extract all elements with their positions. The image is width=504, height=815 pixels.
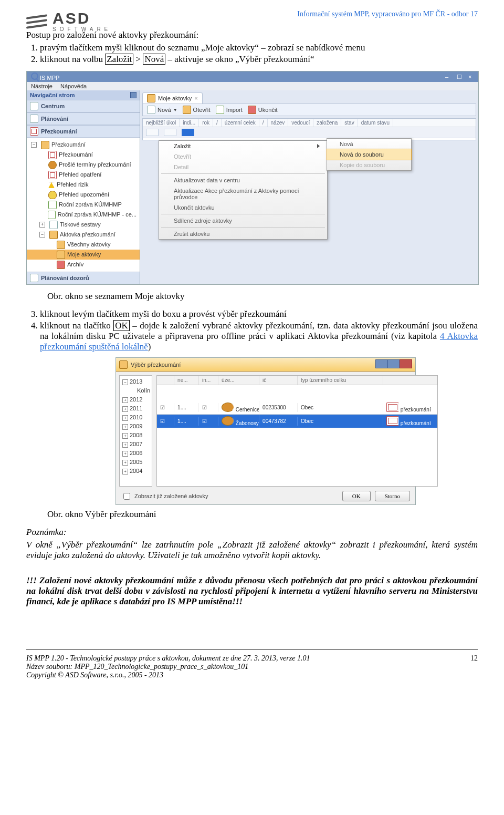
note-body: V okně „Výběr přezkoumání“ lze zatrhnutí… <box>26 540 478 560</box>
col-header[interactable]: stav <box>341 119 358 127</box>
storno-button[interactable]: Storno <box>375 491 410 501</box>
min-icon[interactable] <box>375 359 388 368</box>
year-node[interactable]: 2010 <box>121 413 150 422</box>
col-header[interactable]: název <box>268 119 289 127</box>
menu-help[interactable]: Nápověda <box>60 83 87 89</box>
ctx-item[interactable]: Ukončit aktovku <box>159 202 327 213</box>
col-header[interactable]: indi... <box>180 119 199 127</box>
node-icon <box>48 182 55 188</box>
tab-moje-aktovky[interactable]: Moje aktovky × <box>142 92 203 104</box>
ctx-sub-item[interactable]: Nová do souboru <box>327 149 412 160</box>
sect-centrum[interactable]: Centrum <box>41 103 65 109</box>
ctx-item[interactable]: Sdílené zdroje aktovky <box>159 215 327 226</box>
tb-otevrit[interactable]: Otevřít <box>183 106 211 114</box>
nav-tree[interactable]: −PřezkoumáníPřezkoumáníProšlé termíny př… <box>27 138 140 272</box>
year-tree[interactable]: 2013Kolín2012201120102009200820072006200… <box>119 375 152 487</box>
ctx-item[interactable]: Aktualizovat data v centru <box>159 175 327 185</box>
year-node[interactable]: 2012 <box>121 395 150 404</box>
context-area: ZaložitOtevřítDetailAktualizovat data v … <box>140 142 478 258</box>
node-label: Přehled upozornění <box>59 190 109 200</box>
ctx-item[interactable]: Detail <box>159 162 327 172</box>
col2-header[interactable]: úze... <box>218 376 259 385</box>
tb-nova[interactable]: Nová ▼ <box>147 106 177 114</box>
box-ok: OK <box>113 320 130 331</box>
year-node[interactable]: 2005 <box>121 458 150 467</box>
menu-tools[interactable]: Nástroje <box>31 83 52 89</box>
tree-node[interactable]: Přezkoumání <box>27 150 140 160</box>
node-label: Přehled rizik <box>57 180 89 190</box>
close-icon[interactable]: × <box>468 74 474 79</box>
sect-plan[interactable]: Plánování <box>41 116 68 122</box>
tree-node[interactable]: Roční zpráva KÚ/MHMP - ce... <box>27 210 140 220</box>
sect-dozor[interactable]: Plánování dozorů <box>41 275 89 281</box>
col2-header[interactable]: ič <box>259 376 298 385</box>
ctx-item[interactable]: Aktualizace Akce přezkoumání z Aktovky p… <box>159 185 327 202</box>
show-founded-checkbox[interactable]: Zobrazit již založené aktovky <box>121 491 208 501</box>
tree-node[interactable]: Přehled rizik <box>27 180 140 190</box>
tab-close-icon[interactable]: × <box>194 95 197 101</box>
grid2-row[interactable]: ☑1....☑ Cerhenice00235300Obec přezkoumán… <box>157 401 437 415</box>
node-icon <box>57 241 65 249</box>
sect-prez[interactable]: Přezkoumání <box>41 128 77 135</box>
year-node[interactable]: 2004 <box>121 467 150 476</box>
tb-import[interactable]: Import <box>216 106 243 114</box>
year-node[interactable]: 2007 <box>121 440 150 449</box>
col-header[interactable]: / <box>259 119 268 127</box>
chk-label: Zobrazit již založené aktovky <box>134 493 208 499</box>
year-node[interactable]: 2006 <box>121 449 150 458</box>
col-header[interactable]: rok <box>199 119 213 127</box>
pin-icon[interactable] <box>130 92 136 98</box>
chk-zobrazit[interactable] <box>123 493 130 500</box>
col-header[interactable]: vedoucí <box>288 119 313 127</box>
tree-node[interactable]: +Tiskové sestavy <box>27 220 140 230</box>
col-header[interactable]: založena <box>313 119 341 127</box>
context-menu[interactable]: ZaložitOtevřítDetailAktualizovat data v … <box>159 140 328 240</box>
col-header[interactable]: / <box>213 119 222 127</box>
col2-header[interactable]: typ územního celku <box>298 376 383 385</box>
col-header[interactable]: datum stavu <box>358 119 393 127</box>
tb-ukoncit[interactable]: Ukončit <box>248 106 278 114</box>
col2-header[interactable] <box>157 376 174 385</box>
tree-node[interactable]: Archív <box>27 260 140 270</box>
tree-node[interactable]: Přehled opatření <box>27 170 140 180</box>
chapter-link[interactable]: 4 Aktovka přezkoumání spuštěná lokálně <box>40 331 478 352</box>
col2-header[interactable] <box>383 376 437 385</box>
selection-grid[interactable]: ne...in...úze...ičtyp územního celku ☑1.… <box>156 375 438 487</box>
ok-button[interactable]: OK <box>342 491 371 501</box>
year-node[interactable]: 2009 <box>121 422 150 431</box>
node-label: Všechny aktovky <box>67 240 111 250</box>
ctx-sub-item[interactable]: Nová <box>327 139 411 149</box>
step-3: kliknout levým tlačítkem myši do boxu a … <box>40 309 478 319</box>
context-submenu[interactable]: NováNová do souboruKopie do souboru <box>327 138 412 171</box>
node-label: Moje aktovky <box>67 250 101 260</box>
tree-node[interactable]: Prošlé termíny přezkoumání <box>27 160 140 170</box>
min-icon[interactable]: – <box>445 74 451 79</box>
col2-header[interactable]: ne... <box>174 376 199 385</box>
ctx-sub-item[interactable]: Kopie do souboru <box>327 160 411 170</box>
tree-node[interactable]: Všechny aktovky <box>27 240 140 250</box>
year-child[interactable]: Kolín <box>121 386 150 395</box>
logo-mark-icon <box>26 11 47 32</box>
grid2-row[interactable]: ☑1....☑ Žabonosy00473782Obec přezkoumání <box>157 415 437 428</box>
col2-header[interactable]: in... <box>199 376 218 385</box>
ctx-item[interactable]: Otevřít <box>159 151 327 162</box>
ctx-item[interactable]: Zrušit aktovku <box>159 229 327 239</box>
ctx-item[interactable]: Založit <box>159 141 327 151</box>
tree-node[interactable]: Moje aktovky <box>27 250 140 260</box>
col-header[interactable]: nejbližší úkol <box>143 119 180 127</box>
node-label: Roční zpráva KÚ/MHMP - ce... <box>58 210 136 220</box>
close-icon[interactable] <box>400 359 412 368</box>
year-node[interactable]: 2008 <box>121 431 150 440</box>
max-icon[interactable] <box>387 359 400 368</box>
grid: nejbližší úkolindi...rok/územní celek/ná… <box>142 118 476 140</box>
max-icon[interactable]: ☐ <box>457 74 463 79</box>
tree-node[interactable]: Roční zpráva KÚ/MHMP <box>27 200 140 210</box>
grid-filter-row[interactable] <box>143 127 476 138</box>
tree-node[interactable]: −Aktovka přezkoumání <box>27 230 140 240</box>
year-node[interactable]: 2011 <box>121 404 150 413</box>
dozor-icon <box>30 274 38 282</box>
col-header[interactable]: územní celek <box>222 119 259 127</box>
tree-node[interactable]: −Přezkoumání <box>27 140 140 150</box>
year-node[interactable]: 2013 <box>121 377 150 386</box>
tree-node[interactable]: Přehled upozornění <box>27 190 140 200</box>
